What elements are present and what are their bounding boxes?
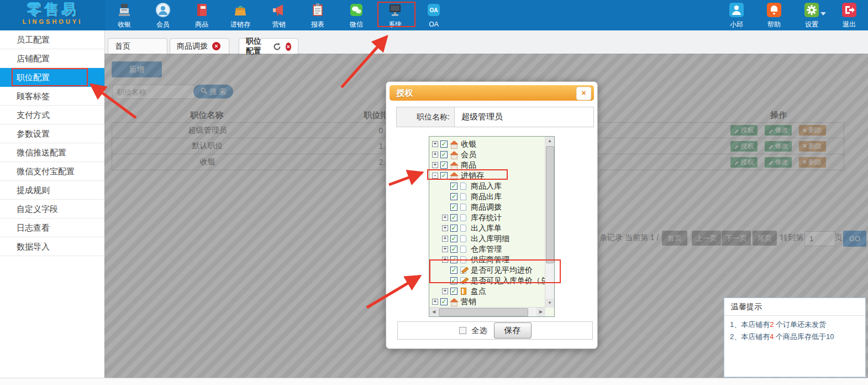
vertical-scrollbar[interactable]: ▲ ▼ (545, 137, 554, 308)
close-icon[interactable] (286, 43, 291, 51)
expand-icon[interactable] (442, 225, 448, 231)
tree-node-warehouse-mgmt[interactable]: 仓库管理 (429, 244, 545, 254)
edit-button[interactable]: 修改 (765, 141, 792, 152)
expand-icon[interactable] (432, 299, 438, 305)
sidebar-item-position-config[interactable]: 职位配置 (0, 68, 104, 87)
tree-node-marketing[interactable]: 营销 (429, 296, 545, 307)
add-button[interactable]: 新增 (112, 61, 162, 77)
nav-item-report[interactable]: 报表 (298, 0, 337, 30)
checkbox[interactable] (450, 204, 457, 211)
tree-node-stock-stats[interactable]: 库存统计 (429, 212, 545, 223)
checkbox[interactable] (450, 267, 457, 274)
expand-icon[interactable] (442, 236, 448, 242)
tree-node-stocktake[interactable]: 盘点 (429, 286, 545, 296)
checkbox[interactable] (450, 256, 457, 263)
search-button[interactable]: 搜 索 (193, 85, 233, 98)
nav-item-system[interactable]: 系统 (376, 0, 414, 30)
prev-page-button[interactable]: 上一页 (692, 231, 721, 246)
expand-icon[interactable] (432, 141, 438, 147)
dialog-close-icon[interactable] (576, 87, 591, 100)
expand-icon[interactable] (442, 257, 448, 263)
first-page-button[interactable]: 首页 (662, 231, 687, 246)
checkbox[interactable] (450, 193, 457, 200)
nav-item-help[interactable]: 帮助 (755, 0, 793, 30)
edit-button[interactable]: 修改 (765, 157, 792, 168)
tree-node-goods-inbound[interactable]: 商品入库 (429, 181, 545, 191)
checkbox[interactable] (450, 183, 457, 190)
sidebar-item-commission-rules[interactable]: 提成规则 (0, 181, 104, 200)
scrollbar-thumb[interactable] (439, 308, 528, 316)
expand-icon[interactable] (442, 215, 448, 221)
sidebar-item-wechat-alipay-config[interactable]: 微信支付宝配置 (0, 162, 104, 181)
checkbox[interactable] (440, 141, 448, 148)
dialog-header[interactable]: 授权 (390, 85, 594, 101)
search-input[interactable] (112, 85, 195, 99)
sidebar-item-store-config[interactable]: 店铺配置 (0, 49, 104, 68)
tree-node-supplier-mgmt[interactable]: 供应商管理 (429, 254, 545, 265)
sidebar-item-log-view[interactable]: 日志查看 (0, 218, 104, 237)
tree-node-inout-details[interactable]: 出入库明细 (429, 233, 545, 244)
tree-node-inout-orders[interactable]: 出入库单 (429, 223, 545, 233)
sidebar-item-custom-fields[interactable]: 自定义字段 (0, 200, 104, 218)
scrollbar-thumb[interactable] (546, 146, 554, 263)
nav-item-logout[interactable]: 退出 (830, 0, 868, 30)
tree-node-inventory[interactable]: 进销存 (429, 170, 545, 181)
sidebar-item-customer-tags[interactable]: 顾客标签 (0, 87, 104, 106)
nav-item-marketing[interactable]: 营销 (260, 0, 298, 30)
delete-button[interactable]: ×删除 (799, 141, 826, 152)
save-button[interactable]: 保存 (494, 322, 532, 339)
scroll-left-icon[interactable]: ◀ (429, 308, 438, 316)
tree-node-show-inbound-price[interactable]: 是否可见入库单价（总价） (429, 275, 545, 286)
checkbox[interactable] (440, 162, 448, 169)
checkbox[interactable] (440, 172, 448, 179)
sidebar-item-staff-config[interactable]: 员工配置 (0, 30, 104, 49)
goto-page-input[interactable] (804, 231, 835, 246)
expand-icon[interactable] (442, 288, 448, 294)
nav-item-oa[interactable]: OA OA (414, 0, 453, 30)
nav-item-settings[interactable]: 设置 (793, 0, 830, 30)
select-all-checkbox[interactable] (459, 327, 466, 334)
close-icon[interactable] (212, 42, 220, 50)
tree-node-member[interactable]: 会员 (429, 149, 545, 160)
nav-item-inventory[interactable]: 进销存 (221, 0, 260, 30)
authorize-button[interactable]: 授权 (730, 157, 757, 168)
delete-button[interactable]: ×删除 (799, 157, 826, 168)
expand-icon[interactable] (442, 246, 448, 252)
refresh-icon[interactable] (273, 43, 281, 51)
edit-button[interactable]: 修改 (765, 125, 792, 136)
checkbox[interactable] (450, 225, 457, 232)
tab-product-transfer[interactable]: 商品调拨 (170, 38, 229, 54)
sidebar-item-data-import[interactable]: 数据导入 (0, 237, 104, 256)
nav-item-wechat[interactable]: 微信 (337, 0, 376, 30)
horizontal-scrollbar[interactable]: ◀ ▶ (429, 307, 545, 316)
sidebar-item-wechat-push-config[interactable]: 微信推送配置 (0, 143, 104, 162)
nav-item-product[interactable]: 商品 (182, 0, 221, 30)
checkbox[interactable] (450, 235, 457, 242)
expand-icon[interactable] (432, 162, 438, 168)
tree-node-goods-outbound[interactable]: 商品出库 (429, 191, 545, 202)
nav-item-user[interactable]: 小邱 (718, 0, 755, 30)
checkbox[interactable] (450, 214, 457, 221)
sidebar-item-payment-methods[interactable]: 支付方式 (0, 106, 104, 124)
next-page-button[interactable]: 下一页 (722, 231, 751, 246)
expand-icon[interactable] (432, 152, 438, 158)
checkbox[interactable] (450, 288, 457, 295)
tree-node-product[interactable]: 商品 (429, 160, 545, 170)
sidebar-item-parameter-settings[interactable]: 参数设置 (0, 124, 104, 143)
delete-button[interactable]: ×删除 (799, 125, 826, 136)
scroll-right-icon[interactable]: ▶ (536, 308, 545, 316)
last-page-button[interactable]: 尾页 (753, 231, 777, 246)
checkbox[interactable] (440, 151, 448, 158)
scroll-down-icon[interactable]: ▼ (545, 299, 554, 308)
authorize-button[interactable]: 授权 (730, 125, 757, 136)
checkbox[interactable] (440, 298, 448, 305)
go-button[interactable]: GO (843, 231, 866, 247)
checkbox[interactable] (450, 277, 457, 284)
scroll-up-icon[interactable]: ▲ (545, 137, 554, 145)
tab-position-config[interactable]: 职位配置 (239, 38, 298, 54)
nav-item-member[interactable]: 会员 (144, 0, 182, 30)
authorize-button[interactable]: 授权 (730, 141, 757, 152)
tree-node-cashier[interactable]: 收银 (429, 139, 545, 149)
tree-node-show-avg-cost[interactable]: 是否可见平均进价 (429, 265, 545, 275)
collapse-icon[interactable] (432, 173, 438, 179)
